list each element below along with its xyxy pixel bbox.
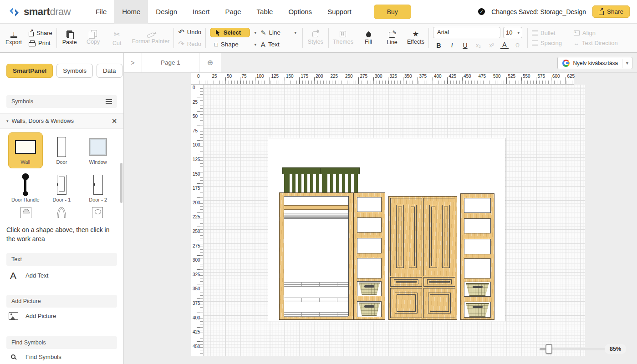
menu-item-page[interactable]: Page xyxy=(218,0,249,24)
drawer-recess xyxy=(394,279,418,284)
symbol-label: Door Handle xyxy=(11,197,40,202)
fill-button[interactable]: Fill xyxy=(360,31,377,45)
symbol-door[interactable]: Door xyxy=(45,132,79,168)
add-text-item[interactable]: A Add Text xyxy=(0,266,123,286)
v-ruler-label: 25 xyxy=(193,100,198,105)
symbol-door-arch[interactable] xyxy=(44,207,79,218)
line-tool-button[interactable]: ✎ Line xyxy=(261,29,290,36)
sidebar-tab-data[interactable]: Data xyxy=(97,64,122,78)
v-ruler-label: 350 xyxy=(193,286,200,291)
shape-tool-button[interactable]: □ Shape xyxy=(210,41,250,48)
smartpanel-sidebar: SmartPanelSymbolsData✕ Symbols ▾ Walls, … xyxy=(0,53,124,364)
page-tab[interactable]: Page 1 xyxy=(142,53,199,72)
cubby xyxy=(464,258,491,278)
undo-label: Undo xyxy=(187,29,201,35)
undo-button[interactable]: ↶ Undo xyxy=(178,28,201,36)
v-ruler-label: 400 xyxy=(193,315,200,320)
zoom-slider-handle[interactable] xyxy=(545,344,552,354)
cut-label: Cut xyxy=(112,40,121,46)
green-crate[interactable] xyxy=(321,167,358,192)
basket-handle xyxy=(364,285,374,288)
menu-item-insert[interactable]: Insert xyxy=(185,0,218,24)
tab-overflow-button[interactable]: > xyxy=(124,53,142,72)
share-label: Share xyxy=(36,30,52,36)
menu-item-support[interactable]: Support xyxy=(320,0,359,24)
green-crate[interactable] xyxy=(284,167,319,192)
symbol-label: Wall xyxy=(20,159,30,165)
menu-item-home[interactable]: Home xyxy=(114,0,148,24)
sidebar-tab-smartpanel[interactable]: SmartPanel xyxy=(6,64,53,78)
line-caret-icon[interactable]: ▾ xyxy=(293,30,298,35)
storage-basket xyxy=(465,303,489,317)
v-ruler-label: 275 xyxy=(193,243,200,248)
menu-item-options[interactable]: Options xyxy=(280,0,320,24)
effects-button[interactable]: ★ Effects xyxy=(407,31,424,45)
add-picture-item[interactable]: Add Picture xyxy=(0,308,123,324)
print-button[interactable]: Print xyxy=(29,40,52,46)
shape-caret-icon[interactable]: ▾ xyxy=(253,42,258,47)
drawing-grid[interactable] xyxy=(204,85,585,356)
italic-button[interactable]: I xyxy=(446,42,458,49)
sidebar-tab-symbols[interactable]: Symbols xyxy=(56,64,93,78)
category-collapse-icon[interactable]: ▾ xyxy=(6,119,9,123)
symbol-label: Window xyxy=(89,159,107,165)
h-ruler-label: 525 xyxy=(508,74,516,79)
font-color-button[interactable]: A xyxy=(500,41,509,49)
copy-label: Copy xyxy=(87,39,100,45)
v-ruler-label: 50 xyxy=(193,114,198,119)
cursor-icon xyxy=(215,29,220,36)
sidebar-scrollbar[interactable] xyxy=(120,163,122,203)
h-ruler-label: 550 xyxy=(523,74,530,79)
select-tool-button[interactable]: Select xyxy=(210,28,250,37)
line-format-button[interactable]: Line xyxy=(383,31,401,46)
symbol-door-2[interactable]: Door - 2 xyxy=(81,170,115,206)
select-caret-icon[interactable]: ▾ xyxy=(253,30,258,35)
wood-trim-strip xyxy=(284,205,348,210)
symbol-window[interactable]: Window xyxy=(81,132,115,168)
bold-button[interactable]: B xyxy=(433,42,444,49)
underline-button[interactable]: U xyxy=(459,42,471,49)
storage-design-drawing[interactable] xyxy=(268,138,505,321)
export-button[interactable]: ↓ Export xyxy=(5,31,22,46)
find-symbols-item[interactable]: Find Symbols xyxy=(0,349,123,364)
h-ruler-label: 75 xyxy=(242,74,247,79)
workarea[interactable]: 0255075100125150175200225250275300325350… xyxy=(124,73,637,364)
menu-item-table[interactable]: Table xyxy=(249,0,281,24)
symbol-door-arch-window[interactable] xyxy=(8,207,44,218)
crate-lip xyxy=(282,167,321,174)
menubar: smartdraw FileHomeDesignInsertPageTableO… xyxy=(0,0,637,24)
buy-button[interactable]: Buy xyxy=(374,5,411,19)
hanging-rod xyxy=(284,213,348,219)
symbol-grid: WallDoorWindowDoor HandleDoor - 1Door - … xyxy=(0,129,123,206)
brush-icon xyxy=(147,32,154,38)
lower-cabinet-door xyxy=(390,288,422,318)
v-ruler-label: 250 xyxy=(193,229,200,234)
themes-icon xyxy=(340,31,346,37)
symbol-door-1[interactable]: Door - 1 xyxy=(45,170,79,206)
font-name-input[interactable]: Arial xyxy=(433,27,500,38)
language-selector[interactable]: Nyelv kiválasztása ▼ xyxy=(557,57,632,69)
symbol-door-oval[interactable] xyxy=(80,207,115,218)
add-page-button[interactable]: ⊕ xyxy=(199,53,221,72)
undo-icon: ↶ xyxy=(178,28,184,36)
canvas-area: > Page 1 ⊕ Nyelv kiválasztása ▼ 02550751… xyxy=(124,53,637,364)
paste-button[interactable]: Paste xyxy=(61,30,78,46)
spacing-icon xyxy=(532,40,538,46)
cut-button: ✂ Cut xyxy=(108,30,126,46)
category-close-icon[interactable]: ✕ xyxy=(112,117,117,125)
menu-item-design[interactable]: Design xyxy=(148,0,185,24)
symbol-wall[interactable]: Wall xyxy=(8,132,43,168)
menu-item-file[interactable]: File xyxy=(88,0,114,24)
top-share-button[interactable]: Share xyxy=(592,5,630,18)
text-direction-label: Text Direction xyxy=(582,40,618,46)
font-size-select[interactable]: 10 ▾ xyxy=(503,27,522,38)
text-tool-button[interactable]: A Text xyxy=(261,40,290,48)
cubby xyxy=(357,281,382,296)
share-button[interactable]: Share xyxy=(29,30,52,36)
center-cabinet[interactable] xyxy=(388,196,457,320)
storage-basket xyxy=(465,283,489,296)
menu-hamburger-icon[interactable] xyxy=(106,99,112,104)
open-wardrobe-section[interactable] xyxy=(279,192,353,320)
symbol-door-handle[interactable]: Door Handle xyxy=(8,170,43,206)
symbol-category-row[interactable]: ▾ Walls, Doors & Windows ✕ xyxy=(0,113,123,129)
